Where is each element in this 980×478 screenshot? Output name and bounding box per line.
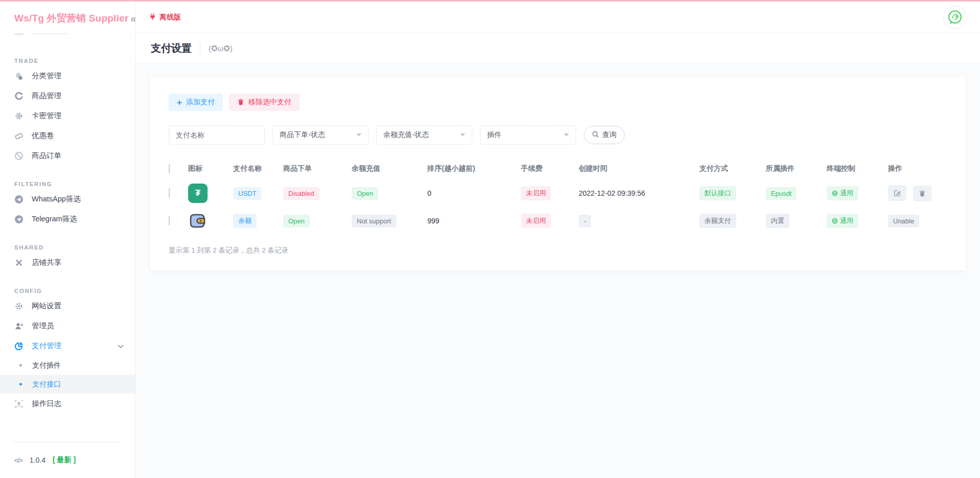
sidebar-item-whatsapp-filter[interactable]: WhatsApp筛选 xyxy=(0,189,135,209)
plugin-value: 插件 xyxy=(487,130,502,140)
col-recharge: 余额充值 xyxy=(352,164,427,173)
sidebar-item-categories[interactable]: 分类管理 xyxy=(0,66,135,86)
col-payment-name: 支付名称 xyxy=(233,164,283,173)
col-icon: 图标 xyxy=(188,164,233,173)
sidebar-item-operation-logs[interactable]: 操作日志 xyxy=(0,394,135,414)
sidebar-item-label: Telegram筛选 xyxy=(32,214,77,224)
col-created: 创建时间 xyxy=(579,164,699,173)
sidebar-item-label: 分类管理 xyxy=(32,71,61,81)
sidebar-item-site-settings[interactable]: 网站设置 xyxy=(0,296,135,316)
chevron-down-icon xyxy=(118,342,124,350)
sidebar-item-payment-plugins[interactable]: 支付插件 xyxy=(0,356,135,375)
code-icon: </> xyxy=(14,457,22,464)
bullet-icon xyxy=(19,383,22,385)
col-actions: 操作 xyxy=(888,164,947,173)
sidebar-item-label: 操作日志 xyxy=(32,399,61,408)
gear-badge-icon xyxy=(14,111,24,121)
pie-chart-icon xyxy=(14,342,24,351)
whatsapp-filter-icon xyxy=(14,195,24,204)
offline-version-link[interactable]: 离线版 xyxy=(149,13,181,22)
payment-card: + 添加支付 移除选中支付 商品下单-状态 余额充值-状态 插件 xyxy=(150,77,966,270)
caret-down-icon xyxy=(564,133,569,136)
sidebar-item-shop-sharing[interactable]: 店铺共享 xyxy=(0,253,135,272)
sidebar-item-label: 网站设置 xyxy=(32,301,61,311)
face-scan-icon xyxy=(14,399,24,408)
plugin-badge: Epusdt xyxy=(766,187,796,200)
section-filtering: FILTERING xyxy=(0,181,135,187)
category-icon xyxy=(14,72,24,81)
add-payment-button[interactable]: + 添加支付 xyxy=(169,94,223,111)
sidebar: Ws/Tg 外贸营销 Supplier « TRADE 分类管理 商品管理 卡密… xyxy=(0,2,135,478)
plugin-badge: 内置 xyxy=(766,214,789,228)
avatar[interactable] xyxy=(943,6,967,29)
col-terminal: 终端控制 xyxy=(827,164,888,173)
offline-version-label: 离线版 xyxy=(159,13,181,22)
sidebar-item-label: 商品订单 xyxy=(32,151,61,161)
row-checkbox[interactable] xyxy=(169,216,170,225)
row-checkbox[interactable] xyxy=(169,188,170,198)
section-trade: TRADE xyxy=(0,58,135,64)
share-x-icon xyxy=(14,258,24,267)
sidebar-item-label: 支付管理 xyxy=(32,341,61,351)
sidebar-item-payment-interface[interactable]: 支付接口 xyxy=(0,375,135,394)
version-number: 1.0.4 xyxy=(30,456,45,464)
order-icon xyxy=(14,151,24,161)
plus-icon: + xyxy=(177,98,182,107)
table-row: 余额 Open Not support 999 未启用 - 余额支付 内置 通用… xyxy=(169,207,947,235)
sidebar-item-label: 管理员 xyxy=(32,321,54,331)
trash-icon xyxy=(237,98,244,107)
sidebar-item-label: 商品管理 xyxy=(32,91,61,101)
caret-down-icon xyxy=(460,133,465,136)
method-badge: 默认接口 xyxy=(699,186,736,200)
remove-selected-label: 移除选中支付 xyxy=(248,98,291,107)
edit-button[interactable] xyxy=(888,185,906,201)
sidebar-collapse-icon[interactable]: « xyxy=(128,13,138,25)
version-latest-badge[interactable]: [ 最新 ] xyxy=(53,456,76,465)
sidebar-item-admins[interactable]: 管理员 xyxy=(0,316,135,336)
sort-value: 999 xyxy=(427,217,521,225)
method-badge: 余额支付 xyxy=(699,214,736,228)
payment-name-filter xyxy=(169,125,265,145)
col-plugin: 所属插件 xyxy=(766,164,827,173)
select-all-checkbox[interactable] xyxy=(169,164,170,173)
terminal-badge: 通用 xyxy=(827,214,858,228)
payment-name-input[interactable] xyxy=(176,131,258,139)
sidebar-item-payment-management[interactable]: 支付管理 xyxy=(0,336,135,356)
add-payment-label: 添加支付 xyxy=(186,98,215,107)
sidebar-item-label: 支付接口 xyxy=(32,380,61,389)
col-order: 商品下单 xyxy=(283,164,352,173)
recharge-status-select[interactable]: 余额充值-状态 xyxy=(376,125,472,145)
bullet-icon xyxy=(19,364,22,367)
content-area: + 添加支付 移除选中支付 商品下单-状态 余额充值-状态 插件 xyxy=(135,64,980,478)
search-button[interactable]: 查询 xyxy=(584,126,625,144)
table-header: 图标 支付名称 商品下单 余额充值 排序(越小越前) 手续费 创建时间 支付方式… xyxy=(169,158,947,179)
order-status-select[interactable]: 商品下单-状态 xyxy=(272,125,369,145)
sidebar-item-products[interactable]: 商品管理 xyxy=(0,86,135,106)
wallet-icon xyxy=(188,211,208,231)
clipped-menu-item[interactable] xyxy=(0,33,135,42)
sidebar-item-telegram-filter[interactable]: Telegram筛选 xyxy=(0,209,135,229)
sidebar-item-label: 支付插件 xyxy=(32,361,61,370)
top-accent-bar xyxy=(0,0,980,2)
plug-icon xyxy=(149,13,156,22)
sidebar-item-label: 优惠卷 xyxy=(32,131,54,141)
version-row: </> 1.0.4 [ 最新 ] xyxy=(0,442,135,478)
terminal-label: 通用 xyxy=(840,216,853,225)
payment-name-badge: 余额 xyxy=(233,214,257,228)
title-divider xyxy=(200,43,200,54)
sidebar-item-cardkeys[interactable]: 卡密管理 xyxy=(0,106,135,126)
delete-button[interactable] xyxy=(913,186,931,201)
col-sort: 排序(越小越前) xyxy=(427,164,521,173)
clipped-label xyxy=(32,33,69,34)
section-config: CONFIG xyxy=(0,288,135,294)
terminal-label: 通用 xyxy=(840,189,853,198)
col-method: 支付方式 xyxy=(699,164,766,173)
sidebar-item-coupons[interactable]: 优惠卷 xyxy=(0,126,135,146)
plugin-select[interactable]: 插件 xyxy=(480,125,576,145)
col-fee: 手续费 xyxy=(521,164,579,173)
record-count: 显示第 1 到第 2 条记录，总共 2 条记录 xyxy=(169,246,947,255)
sidebar-item-orders[interactable]: 商品订单 xyxy=(0,146,135,166)
order-status-badge: Open xyxy=(283,215,310,227)
gear-icon xyxy=(14,302,24,311)
remove-selected-button[interactable]: 移除选中支付 xyxy=(229,94,300,111)
